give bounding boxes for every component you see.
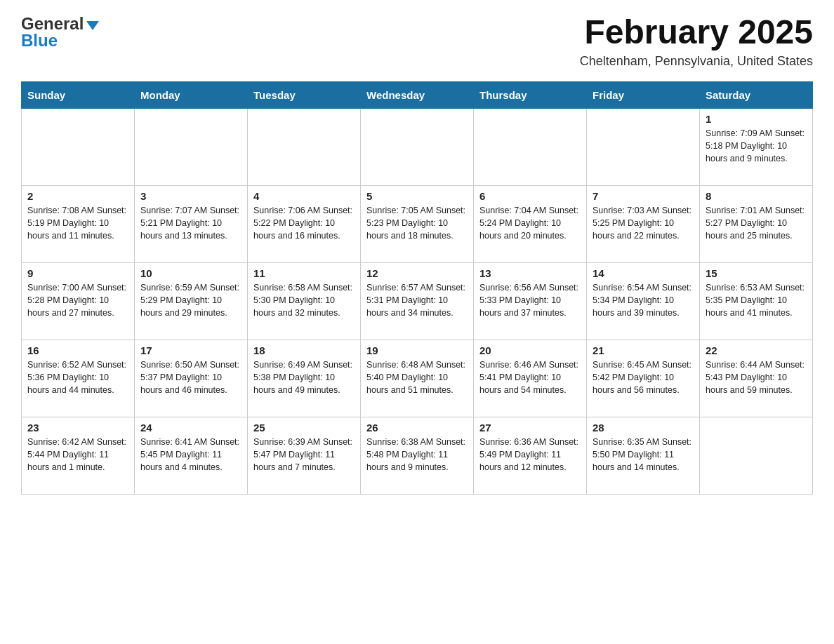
calendar-cell: 14Sunrise: 6:54 AM Sunset: 5:34 PM Dayli… <box>587 262 700 340</box>
calendar-cell: 18Sunrise: 6:49 AM Sunset: 5:38 PM Dayli… <box>248 340 361 417</box>
day-info: Sunrise: 6:42 AM Sunset: 5:44 PM Dayligh… <box>27 436 128 474</box>
calendar-cell: 13Sunrise: 6:56 AM Sunset: 5:33 PM Dayli… <box>474 262 587 340</box>
calendar-cell <box>361 108 474 185</box>
header-friday: Friday <box>587 81 700 108</box>
day-info: Sunrise: 6:38 AM Sunset: 5:48 PM Dayligh… <box>366 436 468 474</box>
calendar-cell: 24Sunrise: 6:41 AM Sunset: 5:45 PM Dayli… <box>135 417 248 494</box>
day-info: Sunrise: 6:46 AM Sunset: 5:41 PM Dayligh… <box>479 358 581 396</box>
calendar-table: SundayMondayTuesdayWednesdayThursdayFrid… <box>21 81 813 495</box>
calendar-cell <box>22 108 135 185</box>
calendar-cell <box>474 108 587 185</box>
week-row-2: 9Sunrise: 7:00 AM Sunset: 5:28 PM Daylig… <box>22 262 813 340</box>
day-number: 3 <box>140 190 241 202</box>
day-number: 7 <box>593 190 694 202</box>
day-info: Sunrise: 6:36 AM Sunset: 5:49 PM Dayligh… <box>479 436 581 474</box>
day-number: 15 <box>706 267 807 279</box>
day-info: Sunrise: 6:45 AM Sunset: 5:42 PM Dayligh… <box>593 358 694 396</box>
calendar-cell: 22Sunrise: 6:44 AM Sunset: 5:43 PM Dayli… <box>700 340 813 417</box>
day-info: Sunrise: 6:58 AM Sunset: 5:30 PM Dayligh… <box>253 281 355 319</box>
week-row-4: 23Sunrise: 6:42 AM Sunset: 5:44 PM Dayli… <box>22 417 813 494</box>
header-saturday: Saturday <box>700 81 813 108</box>
day-info: Sunrise: 7:00 AM Sunset: 5:28 PM Dayligh… <box>27 281 128 319</box>
calendar-cell: 12Sunrise: 6:57 AM Sunset: 5:31 PM Dayli… <box>361 262 474 340</box>
day-number: 24 <box>140 422 241 434</box>
day-number: 18 <box>253 344 355 356</box>
day-number: 22 <box>706 344 807 356</box>
calendar-cell <box>700 417 813 494</box>
day-number: 17 <box>140 344 241 356</box>
day-info: Sunrise: 6:59 AM Sunset: 5:29 PM Dayligh… <box>140 281 241 319</box>
calendar-cell: 5Sunrise: 7:05 AM Sunset: 5:23 PM Daylig… <box>361 185 474 262</box>
calendar-cell <box>248 108 361 185</box>
day-number: 5 <box>366 190 468 202</box>
calendar-cell: 9Sunrise: 7:00 AM Sunset: 5:28 PM Daylig… <box>22 262 135 340</box>
day-info: Sunrise: 7:03 AM Sunset: 5:25 PM Dayligh… <box>593 204 694 242</box>
day-number: 13 <box>479 267 581 279</box>
day-info: Sunrise: 7:09 AM Sunset: 5:18 PM Dayligh… <box>706 127 807 165</box>
title-section: February 2025 Cheltenham, Pennsylvania, … <box>580 14 813 69</box>
day-number: 8 <box>706 190 807 202</box>
calendar-cell: 27Sunrise: 6:36 AM Sunset: 5:49 PM Dayli… <box>474 417 587 494</box>
day-info: Sunrise: 6:35 AM Sunset: 5:50 PM Dayligh… <box>593 436 694 474</box>
day-number: 9 <box>27 267 128 279</box>
calendar-cell: 19Sunrise: 6:48 AM Sunset: 5:40 PM Dayli… <box>361 340 474 417</box>
day-info: Sunrise: 7:01 AM Sunset: 5:27 PM Dayligh… <box>706 204 807 242</box>
day-number: 4 <box>253 190 355 202</box>
day-number: 10 <box>140 267 241 279</box>
calendar-cell <box>587 108 700 185</box>
day-number: 6 <box>479 190 581 202</box>
calendar-cell: 20Sunrise: 6:46 AM Sunset: 5:41 PM Dayli… <box>474 340 587 417</box>
day-info: Sunrise: 6:41 AM Sunset: 5:45 PM Dayligh… <box>140 436 241 474</box>
calendar-cell: 16Sunrise: 6:52 AM Sunset: 5:36 PM Dayli… <box>22 340 135 417</box>
day-info: Sunrise: 6:49 AM Sunset: 5:38 PM Dayligh… <box>253 358 355 396</box>
day-info: Sunrise: 6:56 AM Sunset: 5:33 PM Dayligh… <box>479 281 581 319</box>
calendar-cell: 26Sunrise: 6:38 AM Sunset: 5:48 PM Dayli… <box>361 417 474 494</box>
month-title: February 2025 <box>580 14 813 51</box>
day-number: 1 <box>706 113 807 125</box>
header-thursday: Thursday <box>474 81 587 108</box>
calendar-cell: 25Sunrise: 6:39 AM Sunset: 5:47 PM Dayli… <box>248 417 361 494</box>
header-sunday: Sunday <box>22 81 135 108</box>
day-info: Sunrise: 7:04 AM Sunset: 5:24 PM Dayligh… <box>479 204 581 242</box>
day-number: 25 <box>253 422 355 434</box>
day-number: 11 <box>253 267 355 279</box>
day-info: Sunrise: 6:54 AM Sunset: 5:34 PM Dayligh… <box>593 281 694 319</box>
day-info: Sunrise: 6:52 AM Sunset: 5:36 PM Dayligh… <box>27 358 128 396</box>
calendar-cell: 28Sunrise: 6:35 AM Sunset: 5:50 PM Dayli… <box>587 417 700 494</box>
calendar-cell: 7Sunrise: 7:03 AM Sunset: 5:25 PM Daylig… <box>587 185 700 262</box>
day-info: Sunrise: 6:48 AM Sunset: 5:40 PM Dayligh… <box>366 358 468 396</box>
day-info: Sunrise: 7:05 AM Sunset: 5:23 PM Dayligh… <box>366 204 468 242</box>
day-number: 19 <box>366 344 468 356</box>
calendar-cell: 8Sunrise: 7:01 AM Sunset: 5:27 PM Daylig… <box>700 185 813 262</box>
day-number: 21 <box>593 344 694 356</box>
calendar-cell: 15Sunrise: 6:53 AM Sunset: 5:35 PM Dayli… <box>700 262 813 340</box>
day-number: 14 <box>593 267 694 279</box>
day-number: 16 <box>27 344 128 356</box>
day-info: Sunrise: 6:44 AM Sunset: 5:43 PM Dayligh… <box>706 358 807 396</box>
day-number: 2 <box>27 190 128 202</box>
day-info: Sunrise: 6:50 AM Sunset: 5:37 PM Dayligh… <box>140 358 241 396</box>
calendar-cell: 3Sunrise: 7:07 AM Sunset: 5:21 PM Daylig… <box>135 185 248 262</box>
header-wednesday: Wednesday <box>361 81 474 108</box>
calendar-cell: 6Sunrise: 7:04 AM Sunset: 5:24 PM Daylig… <box>474 185 587 262</box>
calendar-cell: 11Sunrise: 6:58 AM Sunset: 5:30 PM Dayli… <box>248 262 361 340</box>
day-info: Sunrise: 7:06 AM Sunset: 5:22 PM Dayligh… <box>253 204 355 242</box>
day-info: Sunrise: 6:57 AM Sunset: 5:31 PM Dayligh… <box>366 281 468 319</box>
day-info: Sunrise: 7:07 AM Sunset: 5:21 PM Dayligh… <box>140 204 241 242</box>
week-row-3: 16Sunrise: 6:52 AM Sunset: 5:36 PM Dayli… <box>22 340 813 417</box>
header-monday: Monday <box>135 81 248 108</box>
location-title: Cheltenham, Pennsylvania, United States <box>580 54 813 69</box>
calendar-cell: 10Sunrise: 6:59 AM Sunset: 5:29 PM Dayli… <box>135 262 248 340</box>
calendar-cell: 2Sunrise: 7:08 AM Sunset: 5:19 PM Daylig… <box>22 185 135 262</box>
calendar-cell: 23Sunrise: 6:42 AM Sunset: 5:44 PM Dayli… <box>22 417 135 494</box>
day-info: Sunrise: 6:53 AM Sunset: 5:35 PM Dayligh… <box>706 281 807 319</box>
day-info: Sunrise: 7:08 AM Sunset: 5:19 PM Dayligh… <box>27 204 128 242</box>
day-number: 20 <box>479 344 581 356</box>
day-number: 28 <box>593 422 694 434</box>
calendar-cell: 17Sunrise: 6:50 AM Sunset: 5:37 PM Dayli… <box>135 340 248 417</box>
calendar-body: 1Sunrise: 7:09 AM Sunset: 5:18 PM Daylig… <box>22 108 813 494</box>
day-number: 23 <box>27 422 128 434</box>
week-row-1: 2Sunrise: 7:08 AM Sunset: 5:19 PM Daylig… <box>22 185 813 262</box>
calendar-cell: 1Sunrise: 7:09 AM Sunset: 5:18 PM Daylig… <box>700 108 813 185</box>
day-number: 12 <box>366 267 468 279</box>
